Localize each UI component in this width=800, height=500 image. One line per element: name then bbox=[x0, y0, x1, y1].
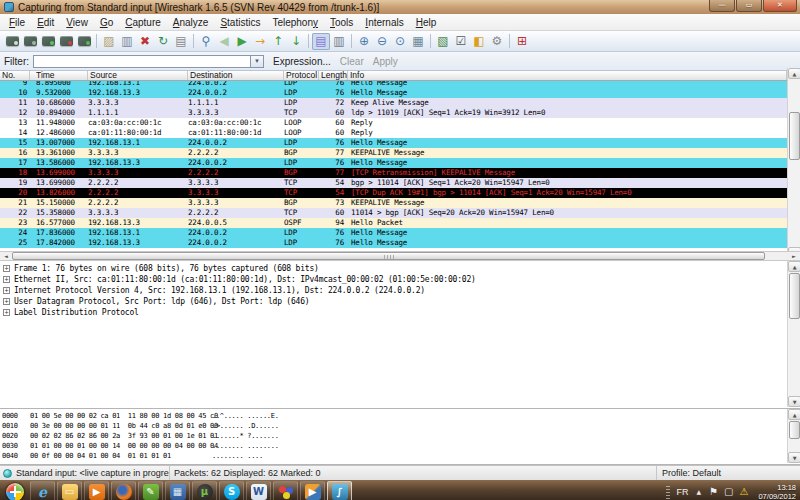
filter-dropdown-icon[interactable]: ▼ bbox=[251, 55, 264, 68]
internet-explorer-icon[interactable]: e bbox=[30, 481, 55, 500]
scroll-down-icon[interactable]: ▼ bbox=[788, 396, 800, 407]
resize-columns-icon[interactable]: ▦ bbox=[409, 33, 427, 50]
packet-row[interactable]: 1311.948000ca:03:0a:cc:00:1cca:03:0a:cc:… bbox=[0, 118, 787, 128]
scroll-down-icon[interactable]: ▼ bbox=[788, 452, 800, 463]
menu-statistics[interactable]: Statistics bbox=[214, 16, 266, 29]
packet-row[interactable]: 2115.1500002.2.2.23.3.3.3BGP73KEEPALIVE … bbox=[0, 198, 787, 208]
expander-icon[interactable]: + bbox=[3, 276, 10, 283]
filter-input[interactable] bbox=[33, 55, 251, 68]
go-back-icon[interactable]: ◀ bbox=[215, 33, 233, 50]
detail-line[interactable]: +Ethernet II, Src: ca:01:11:80:00:1d (ca… bbox=[0, 274, 800, 285]
reload-icon[interactable]: ↻ bbox=[154, 33, 172, 50]
packet-row[interactable]: 1913.6990002.2.2.23.3.3.3TCP54bgp > 1101… bbox=[0, 178, 787, 188]
capture-status[interactable]: Standard input: <live capture in progres… bbox=[0, 466, 170, 480]
expander-icon[interactable]: + bbox=[3, 287, 10, 294]
wireshark-icon[interactable]: ∫ bbox=[327, 481, 352, 500]
tray-expand-icon[interactable]: ▲ bbox=[696, 488, 701, 495]
zoom-out-icon[interactable]: ⊖ bbox=[373, 33, 391, 50]
coloring-rules-icon[interactable]: ▧ bbox=[434, 33, 452, 50]
colorize-conversation-icon[interactable]: ◧ bbox=[470, 33, 488, 50]
packet-row[interactable]: 1813.6990003.3.3.32.2.2.2BGP77[TCP Retra… bbox=[0, 168, 787, 178]
menu-tools[interactable]: Tools bbox=[324, 16, 359, 29]
expander-icon[interactable]: + bbox=[3, 309, 10, 316]
vmware-workstation-icon[interactable]: ▦ bbox=[165, 481, 190, 500]
restore-button[interactable]: ▭ bbox=[736, 0, 762, 12]
preferences-icon[interactable]: ⚙ bbox=[488, 33, 506, 50]
details-vscrollbar[interactable]: ▲ ▼ bbox=[787, 261, 800, 407]
packet-row[interactable]: 98.895000192.168.13.1224.0.0.2LDP76Hello… bbox=[0, 81, 787, 88]
profile-section[interactable]: Profile: Default bbox=[657, 466, 800, 480]
column-header-destination[interactable]: Destination bbox=[188, 71, 284, 80]
colorize-toggle-icon[interactable]: ▤ bbox=[312, 33, 330, 50]
capture-restart-icon[interactable] bbox=[75, 33, 93, 50]
packet-row[interactable]: 1513.007000192.168.13.1224.0.0.2LDP76Hel… bbox=[0, 138, 787, 148]
packet-row[interactable]: 109.532000192.168.13.3224.0.0.2LDP76Hell… bbox=[0, 88, 787, 98]
scroll-right-icon[interactable]: ► bbox=[788, 252, 800, 260]
menu-view[interactable]: View bbox=[60, 16, 94, 29]
packet-row[interactable]: 2417.836000192.168.13.1224.0.0.2LDP76Hel… bbox=[0, 228, 787, 238]
packet-row[interactable]: 1412.486000ca:01:11:80:00:1dca:01:11:80:… bbox=[0, 128, 787, 138]
menu-telephony[interactable]: Telephony bbox=[266, 16, 324, 29]
scroll-left-icon[interactable]: ◄ bbox=[0, 252, 12, 260]
network-warning-icon[interactable]: ⚠ bbox=[739, 487, 748, 497]
firefox-icon[interactable] bbox=[111, 481, 136, 500]
expression-button[interactable]: Expression... bbox=[273, 56, 331, 67]
scrollbar-thumb[interactable] bbox=[789, 273, 800, 319]
detail-line[interactable]: +User Datagram Protocol, Src Port: ldp (… bbox=[0, 296, 800, 307]
menu-edit[interactable]: Edit bbox=[31, 16, 60, 29]
packet-row[interactable]: 2517.842000192.168.13.3224.0.0.2LDP76Hel… bbox=[0, 238, 787, 248]
scroll-up-icon[interactable]: ▲ bbox=[788, 261, 800, 272]
scroll-up-icon[interactable]: ▲ bbox=[788, 409, 800, 420]
go-top-icon[interactable]: ↑ bbox=[269, 33, 287, 50]
hex-line[interactable]: 001000 3e 00 00 00 00 01 11 0b 44 c0 a8 … bbox=[2, 421, 800, 431]
devices-icon[interactable]: ▢ bbox=[724, 487, 733, 497]
display-filter-dialog-icon[interactable]: ☑ bbox=[452, 33, 470, 50]
list-interfaces-icon[interactable] bbox=[3, 33, 21, 50]
expander-icon[interactable]: + bbox=[3, 298, 10, 305]
detail-line[interactable]: +Internet Protocol Version 4, Src: 192.1… bbox=[0, 285, 800, 296]
packet-row[interactable]: 2013.8260002.2.2.23.3.3.3TCP54[TCP Dup A… bbox=[0, 188, 787, 198]
save-file-icon[interactable]: ▥ bbox=[118, 33, 136, 50]
column-header-info[interactable]: Info bbox=[348, 71, 787, 80]
detail-line[interactable]: +Label Distribution Protocol bbox=[0, 307, 800, 318]
clock[interactable]: 13:18 07/09/2012 bbox=[758, 483, 796, 500]
close-file-icon[interactable]: ✖ bbox=[136, 33, 154, 50]
go-to-packet-icon[interactable]: → bbox=[251, 33, 269, 50]
taskbar-grip[interactable] bbox=[666, 484, 670, 499]
menu-help[interactable]: Help bbox=[410, 16, 443, 29]
menu-file[interactable]: File bbox=[3, 16, 31, 29]
apply-button[interactable]: Apply bbox=[373, 56, 398, 67]
packet-row[interactable]: 1110.6860003.3.3.31.1.1.1LDP72Keep Alive… bbox=[0, 98, 787, 108]
vmware-player-icon[interactable]: ▶ bbox=[300, 481, 325, 500]
action-center-flag-icon[interactable]: ⚑ bbox=[709, 487, 718, 497]
scrollbar-thumb[interactable] bbox=[12, 252, 765, 260]
hex-line[interactable]: 002000 02 02 86 02 86 00 2a 3f 93 00 01 … bbox=[2, 431, 800, 441]
zoom-in-icon[interactable]: ⊕ bbox=[355, 33, 373, 50]
scrollbar-thumb[interactable] bbox=[789, 112, 800, 160]
hex-line[interactable]: 004000 0f 00 00 04 01 00 04 01 01 01 01.… bbox=[2, 451, 800, 461]
menu-go[interactable]: Go bbox=[94, 16, 119, 29]
open-file-icon[interactable]: ▨ bbox=[100, 33, 118, 50]
packet-row[interactable]: 2215.3580003.3.3.32.2.2.2TCP6011014 > bg… bbox=[0, 208, 787, 218]
colored-balls-icon[interactable] bbox=[273, 481, 298, 500]
menu-capture[interactable]: Capture bbox=[119, 16, 167, 29]
packet-row[interactable]: 2316.577000192.168.13.3224.0.0.5OSPF94He… bbox=[0, 218, 787, 228]
print-icon[interactable]: ▤ bbox=[172, 33, 190, 50]
packet-row[interactable]: 1713.586000192.168.13.3224.0.0.2LDP76Hel… bbox=[0, 158, 787, 168]
find-icon[interactable]: ⚲ bbox=[197, 33, 215, 50]
windows-explorer-icon[interactable]: ▭ bbox=[57, 481, 82, 500]
close-button[interactable]: ✕ bbox=[763, 0, 797, 12]
start-button[interactable] bbox=[2, 483, 28, 500]
go-bottom-icon[interactable]: ↓ bbox=[287, 33, 305, 50]
column-header-source[interactable]: Source bbox=[88, 71, 188, 80]
packet-row[interactable]: 1210.8940001.1.1.13.3.3.3TCP60ldp > 1101… bbox=[0, 108, 787, 118]
scrollbar-thumb[interactable] bbox=[789, 421, 800, 439]
title-bar[interactable]: Capturing from Standard input [Wireshark… bbox=[0, 0, 800, 14]
utorrent-icon[interactable]: µ bbox=[192, 481, 217, 500]
green-editor-icon[interactable]: ✎ bbox=[138, 481, 163, 500]
capture-start-icon[interactable] bbox=[39, 33, 57, 50]
language-indicator[interactable]: FR bbox=[676, 487, 688, 497]
capture-options-icon[interactable] bbox=[21, 33, 39, 50]
packet-list-hscrollbar[interactable]: ◄ ► bbox=[0, 251, 800, 261]
help-icon[interactable]: ⊞ bbox=[513, 33, 531, 50]
